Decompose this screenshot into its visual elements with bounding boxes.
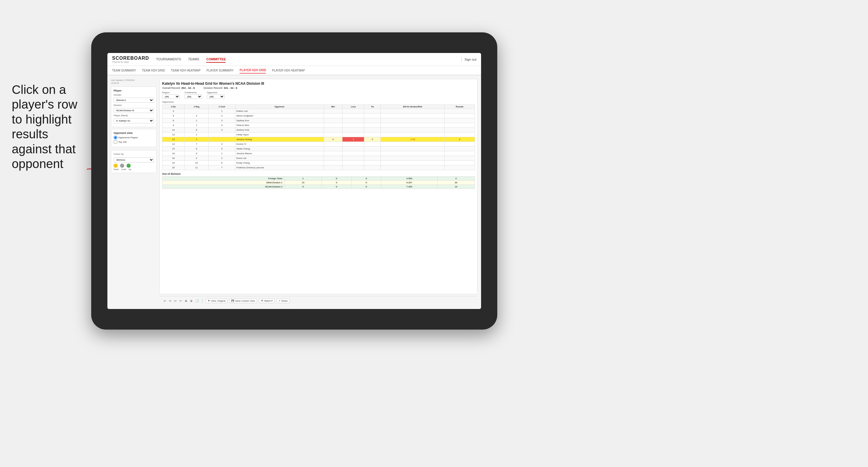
table-cell — [342, 142, 364, 147]
sub-nav-player-h2h-grid[interactable]: PLAYER H2H GRID — [240, 67, 266, 73]
grid-records: Overall Record: 353 - 34 - 6 Division Re… — [162, 87, 475, 89]
sub-nav-team-h2h-heatmap[interactable]: TEAM H2H HEATMAP — [171, 68, 201, 73]
table-cell — [342, 118, 364, 123]
table-cell: Eunice Yi — [235, 142, 324, 147]
data-table-container[interactable]: # Div # Reg # Conf Opponent Win Loss Tie… — [162, 104, 475, 291]
ood-cell: 0 — [321, 181, 351, 185]
nav-committee[interactable]: COMMITTEE — [206, 56, 226, 63]
overall-record: Overall Record: 353 - 34 - 6 — [162, 87, 195, 89]
table-cell: Sydney Kuo — [235, 118, 324, 123]
top100-option[interactable]: Top 100 — [114, 140, 154, 144]
table-cell: -3.00 — [381, 137, 444, 142]
table-cell: 6 — [162, 118, 185, 123]
nav-teams[interactable]: TEAMS — [188, 56, 199, 63]
conference-select[interactable]: (All) — [185, 94, 202, 99]
table-row[interactable]: 131Jessica Huang010-3.002 — [162, 137, 475, 142]
table-row[interactable]: 613Sydney Kuo — [162, 118, 475, 123]
gender-select[interactable]: Women's — [114, 98, 154, 103]
table-cell — [381, 165, 444, 170]
undo-icon[interactable]: ↩ — [163, 299, 166, 303]
watch-button[interactable]: 👁 Watch ▾ — [259, 299, 275, 303]
cut-icon[interactable]: ✂ — [179, 299, 182, 303]
table-header-row: # Div # Reg # Conf Opponent Win Loss Tie… — [162, 105, 475, 109]
nav-tournaments[interactable]: TOURNAMENTS — [156, 56, 181, 63]
ood-table-row[interactable]: NCAA Division 25007.40010 — [162, 185, 475, 189]
table-cell — [364, 142, 381, 147]
table-row[interactable]: 1474Eunice Yi — [162, 142, 475, 147]
col-header-div: # Div — [162, 105, 185, 109]
table-cell: 14 — [162, 142, 185, 147]
share-button[interactable]: ↗ Share — [276, 299, 289, 303]
right-panel: Katelyn Vo Head-to-Head Grid for Women's… — [159, 79, 477, 306]
conference-filter: Conference (All) — [185, 91, 202, 99]
table-cell: 0 — [364, 137, 381, 142]
table-cell — [342, 156, 364, 161]
table-row[interactable]: 1063Andrea York — [162, 128, 475, 132]
logo-sub: Powered by clippd — [112, 61, 149, 63]
opponents-played-option[interactable]: Opponents Played — [114, 136, 154, 139]
table-cell — [342, 165, 364, 170]
back-icon[interactable]: ↩ — [174, 299, 177, 303]
colour-dot-up — [126, 164, 131, 168]
division-select[interactable]: NCAA Division III — [114, 108, 154, 113]
ood-table-row[interactable]: NAIA Division 115009.26730 — [162, 181, 475, 185]
region-filter: Region (All) — [162, 91, 180, 99]
table-cell — [342, 114, 364, 118]
add-icon[interactable]: ⊕ — [189, 299, 193, 303]
table-cell: 4 — [209, 142, 235, 147]
table-cell — [185, 109, 209, 114]
opponent-filter: Opponent (All) — [207, 91, 224, 99]
table-row[interactable]: 1585Stella Cheng — [162, 147, 475, 151]
ood-cell: 7.400 — [381, 185, 437, 189]
table-cell — [364, 109, 381, 114]
table-cell — [444, 114, 475, 118]
table-cell: 5 — [209, 147, 235, 151]
table-cell — [324, 132, 342, 137]
opponents-label: Opponents: — [162, 101, 475, 103]
table-cell: 6 — [209, 161, 235, 165]
table-row[interactable]: 19106Emily Chang — [162, 161, 475, 165]
table-cell: 1 — [209, 151, 235, 156]
sub-nav-team-h2h-grid[interactable]: TEAM H2H GRID — [142, 68, 165, 73]
table-cell — [342, 151, 364, 156]
table-cell — [342, 123, 364, 128]
sub-nav-player-summary[interactable]: PLAYER SUMMARY — [207, 68, 234, 73]
table-row[interactable]: 1822Euna Lee — [162, 156, 475, 161]
table-cell — [324, 161, 342, 165]
table-row[interactable]: 914Sharon Mun — [162, 123, 475, 128]
table-cell — [342, 109, 364, 114]
colour-section: Colour by Win/loss Down Level Up — [111, 150, 157, 173]
sign-out-button[interactable]: Sign out — [465, 58, 476, 61]
tablet-shell: SCOREBOARD Powered by clippd TOURNAMENTS… — [91, 32, 497, 330]
table-cell — [444, 109, 475, 114]
save-custom-view-button[interactable]: 💾 Save Custom View — [229, 299, 257, 303]
table-row[interactable]: 31Esther Lee — [162, 109, 475, 114]
sub-nav-player-h2h-heatmap[interactable]: PLAYER H2H HEATMAP — [272, 68, 305, 73]
ood-cell: 1 — [284, 177, 322, 181]
clock-icon[interactable]: 🕐 — [195, 299, 199, 303]
view-original-button[interactable]: 👁 View: Original — [206, 299, 227, 303]
table-cell — [342, 147, 364, 151]
ood-table-row[interactable]: Foreign Team1004.5002 — [162, 177, 475, 181]
player-select[interactable]: 8. Katelyn Vo — [114, 118, 154, 123]
table-cell: 1 — [185, 118, 209, 123]
opponent-select[interactable]: (All) — [207, 94, 224, 99]
out-of-division-section: Out of division Foreign Team1004.5002NAI… — [162, 173, 475, 189]
table-row[interactable]: 20117Federica Domecq Lacroze — [162, 165, 475, 170]
colour-select[interactable]: Win/loss — [114, 157, 154, 162]
table-cell: Euna Lee — [235, 156, 324, 161]
table-cell — [444, 165, 475, 170]
table-row[interactable]: 1691Jessica Mason — [162, 151, 475, 156]
table-row[interactable]: 522Alexis Sudjianto — [162, 114, 475, 118]
sub-nav-team-summary[interactable]: TEAM SUMMARY — [112, 68, 136, 73]
redo-icon[interactable]: ↪ — [168, 299, 172, 303]
col-header-loss: Loss — [342, 105, 364, 109]
plus-icon[interactable]: ⊕ — [184, 299, 188, 303]
table-cell — [324, 147, 342, 151]
table-row[interactable]: 131Heejo Hyun — [162, 132, 475, 137]
division-label: Division — [114, 104, 154, 106]
region-select[interactable]: (All) — [162, 94, 180, 99]
col-header-conf: # Conf — [209, 105, 235, 109]
ood-cell: 0 — [321, 185, 351, 189]
table-cell — [324, 118, 342, 123]
